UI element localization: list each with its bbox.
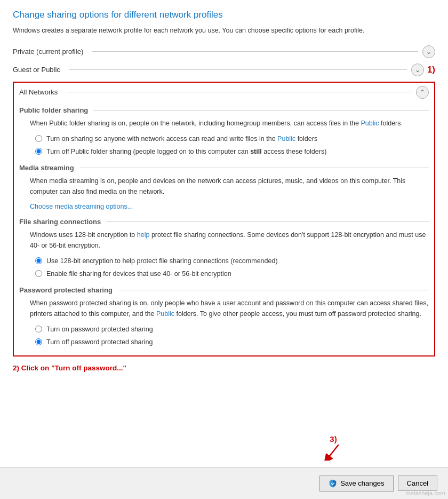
file-sharing-radio-2[interactable]	[35, 270, 42, 277]
public-folder-option-1[interactable]: Turn on sharing so anyone with network a…	[35, 134, 429, 144]
all-networks-chevron[interactable]: ⌃	[416, 86, 429, 99]
password-protected-section: Password protected sharing When password…	[19, 286, 429, 347]
annotation-3-area: 3)	[323, 434, 344, 461]
password-on-option[interactable]: Turn on password protected sharing	[35, 324, 429, 334]
page-title: Change sharing options for different net…	[13, 10, 435, 20]
all-networks-label: All Networks	[19, 88, 58, 96]
all-networks-section: All Networks ⌃ Public folder sharing Whe…	[13, 82, 435, 357]
guest-public-profile-line	[69, 69, 407, 70]
svg-line-0	[328, 445, 339, 458]
private-profile-row[interactable]: Private (current profile) ⌄	[13, 45, 435, 58]
private-profile-label: Private (current profile)	[13, 47, 83, 56]
public-folder-radio-2[interactable]	[35, 148, 42, 155]
annotation-3-label: 3)	[330, 434, 337, 443]
file-sharing-desc: Windows uses 128-bit encryption to help …	[30, 230, 429, 251]
password-on-radio[interactable]	[35, 326, 42, 332]
private-profile-chevron[interactable]: ⌄	[422, 45, 435, 58]
all-networks-line	[66, 92, 412, 92]
public-folder-label-2: Turn off Public folder sharing (people l…	[46, 147, 326, 156]
public-link-2[interactable]: Public	[156, 310, 174, 318]
password-on-label: Turn on password protected sharing	[46, 324, 153, 334]
annotation-1: 1)	[427, 65, 435, 75]
media-streaming-desc: When media streaming is on, people and d…	[30, 176, 429, 197]
password-off-option[interactable]: Turn off password protected sharing	[35, 337, 429, 347]
guest-public-profile-chevron[interactable]: ⌄	[411, 64, 424, 76]
help-link[interactable]: help	[137, 231, 150, 239]
private-profile-line	[92, 51, 418, 52]
annotation-2: 2) Click on "Turn off password..."	[13, 364, 126, 372]
password-off-label: Turn off password protected sharing	[46, 337, 153, 347]
guest-public-profile-row[interactable]: Guest or Public ⌄	[13, 64, 424, 76]
password-protected-desc: When password protected sharing is on, o…	[30, 298, 429, 319]
public-folder-desc: When Public folder sharing is on, people…	[30, 118, 429, 129]
annotation-3-arrow	[323, 445, 344, 461]
file-sharing-option-2[interactable]: Enable file sharing for devices that use…	[35, 269, 429, 279]
cancel-button[interactable]: Cancel	[398, 476, 437, 491]
page-description: Windows creates a separate network profi…	[13, 26, 435, 36]
file-sharing-heading: File sharing connections	[19, 218, 429, 226]
save-changes-button[interactable]: Save changes	[319, 476, 393, 492]
file-sharing-section: File sharing connections Windows uses 12…	[19, 218, 429, 279]
save-changes-label: Save changes	[340, 479, 384, 487]
all-networks-row[interactable]: All Networks ⌃	[19, 86, 429, 99]
public-folder-section: Public folder sharing When Public folder…	[19, 106, 429, 157]
file-sharing-label-2: Enable file sharing for devices that use…	[46, 269, 231, 279]
password-protected-heading: Password protected sharing	[19, 286, 429, 294]
public-folder-heading: Public folder sharing	[19, 106, 429, 114]
guest-public-profile-label: Guest or Public	[13, 66, 60, 74]
media-streaming-heading: Media streaming	[19, 164, 429, 172]
media-streaming-section: Media streaming When media streaming is …	[19, 164, 429, 210]
cancel-label: Cancel	[407, 479, 428, 487]
password-off-radio[interactable]	[35, 338, 42, 345]
public-link-1[interactable]: Public	[361, 120, 379, 127]
watermark: metasheja.com	[405, 490, 445, 496]
media-streaming-link[interactable]: Choose media streaming options...	[30, 203, 133, 210]
public-folder-label-1: Turn on sharing so anyone with network a…	[46, 134, 317, 144]
shield-icon	[329, 479, 337, 488]
public-folder-option-2[interactable]: Turn off Public folder sharing (people l…	[35, 147, 429, 156]
file-sharing-radio-1[interactable]	[35, 257, 42, 264]
file-sharing-label-1: Use 128-bit encryption to help protect f…	[46, 256, 278, 266]
public-folder-radio-1[interactable]	[35, 135, 42, 142]
footer-bar: Save changes Cancel	[0, 467, 448, 499]
file-sharing-option-1[interactable]: Use 128-bit encryption to help protect f…	[35, 256, 429, 266]
